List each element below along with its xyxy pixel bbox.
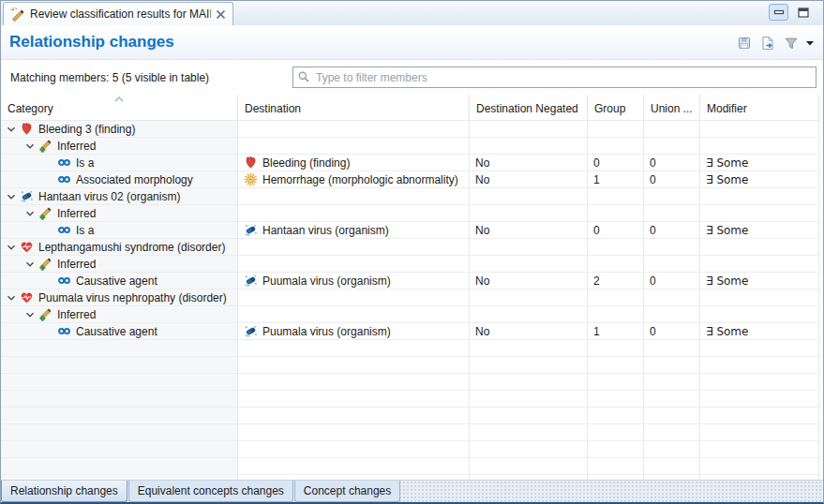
expander-icon[interactable] bbox=[7, 125, 20, 134]
group-cell[interactable] bbox=[588, 138, 644, 155]
modifier-cell[interactable]: ∃ Some bbox=[700, 171, 819, 188]
union-cell[interactable]: 0 bbox=[644, 155, 700, 171]
category-cell[interactable] bbox=[1, 458, 238, 475]
destination-cell[interactable] bbox=[238, 424, 470, 441]
category-cell[interactable] bbox=[1, 374, 238, 391]
expander-icon[interactable] bbox=[25, 310, 38, 319]
filter-button[interactable] bbox=[783, 35, 800, 52]
union-cell[interactable]: 0 bbox=[644, 222, 700, 239]
destination-cell[interactable]: Hantaan virus (organism) bbox=[238, 222, 470, 239]
filter-members-input[interactable] bbox=[292, 67, 817, 88]
category-cell[interactable] bbox=[1, 441, 238, 458]
destination-cell[interactable] bbox=[238, 441, 470, 458]
group-cell[interactable] bbox=[588, 408, 644, 424]
tab-relationship-changes[interactable]: Relationship changes bbox=[1, 481, 127, 502]
group-cell[interactable]: 0 bbox=[588, 155, 644, 171]
destination-negated-cell[interactable] bbox=[470, 374, 588, 391]
table-row[interactable]: Inferred bbox=[1, 205, 823, 222]
table-row[interactable]: Puumala virus nephropathy (disorder) bbox=[1, 289, 823, 306]
expander-icon[interactable] bbox=[25, 141, 38, 151]
destination-cell[interactable]: Puumala virus (organism) bbox=[238, 273, 470, 289]
expander-icon[interactable] bbox=[25, 209, 38, 218]
union-cell[interactable] bbox=[644, 458, 700, 475]
destination-negated-cell[interactable] bbox=[470, 239, 588, 256]
tab-concept-changes[interactable]: Concept changes bbox=[294, 481, 400, 502]
group-cell[interactable] bbox=[588, 205, 644, 222]
destination-cell[interactable] bbox=[238, 374, 470, 391]
group-cell[interactable] bbox=[588, 357, 644, 374]
category-cell[interactable] bbox=[1, 424, 238, 441]
group-cell[interactable] bbox=[588, 424, 644, 441]
category-cell[interactable]: Puumala virus nephropathy (disorder) bbox=[1, 289, 238, 306]
destination-negated-cell[interactable]: No bbox=[470, 155, 588, 171]
union-cell[interactable] bbox=[644, 424, 700, 441]
destination-cell[interactable]: Puumala virus (organism) bbox=[238, 323, 470, 340]
column-header-destination[interactable]: Destination bbox=[238, 95, 470, 121]
group-cell[interactable]: 2 bbox=[588, 273, 644, 289]
destination-cell[interactable]: Hemorrhage (morphologic abnormality) bbox=[238, 171, 470, 188]
union-cell[interactable]: 0 bbox=[644, 171, 700, 188]
table-row[interactable]: Inferred bbox=[1, 306, 823, 323]
modifier-cell[interactable] bbox=[700, 306, 819, 323]
group-cell[interactable] bbox=[588, 306, 644, 323]
group-cell[interactable] bbox=[588, 391, 644, 408]
group-cell[interactable]: 1 bbox=[588, 171, 644, 188]
modifier-cell[interactable] bbox=[700, 121, 819, 138]
group-cell[interactable] bbox=[588, 256, 644, 273]
modifier-cell[interactable]: ∃ Some bbox=[700, 273, 819, 289]
category-cell[interactable] bbox=[1, 357, 238, 374]
table-row-empty[interactable] bbox=[1, 374, 823, 391]
table-row[interactable]: Lepthangamushi syndrome (disorder) bbox=[1, 239, 823, 256]
destination-cell[interactable] bbox=[238, 138, 470, 155]
category-cell[interactable]: Lepthangamushi syndrome (disorder) bbox=[1, 239, 238, 256]
expander-icon[interactable] bbox=[7, 293, 20, 303]
table-row[interactable]: Causative agent Puumala virus (organism)… bbox=[1, 323, 823, 340]
expander-icon[interactable] bbox=[7, 243, 20, 252]
column-header-destination-negated[interactable]: Destination Negated bbox=[470, 95, 588, 121]
category-cell[interactable]: Inferred bbox=[1, 138, 238, 155]
view-menu-button[interactable] bbox=[806, 41, 814, 46]
modifier-cell[interactable] bbox=[700, 289, 819, 306]
group-cell[interactable] bbox=[588, 289, 644, 306]
destination-negated-cell[interactable]: No bbox=[470, 323, 588, 340]
table-row-empty[interactable] bbox=[1, 408, 823, 424]
destination-negated-cell[interactable] bbox=[470, 138, 588, 155]
destination-negated-cell[interactable] bbox=[470, 289, 588, 306]
union-cell[interactable] bbox=[644, 408, 700, 424]
modifier-cell[interactable] bbox=[700, 424, 819, 441]
modifier-cell[interactable] bbox=[700, 340, 819, 357]
table-row-empty[interactable] bbox=[1, 458, 823, 475]
category-cell[interactable]: Bleeding 3 (finding) bbox=[1, 121, 238, 138]
group-cell[interactable] bbox=[588, 188, 644, 205]
table-row-empty[interactable] bbox=[1, 357, 823, 374]
destination-cell[interactable]: Bleeding (finding) bbox=[238, 155, 470, 171]
union-cell[interactable] bbox=[644, 357, 700, 374]
category-cell[interactable]: Causative agent bbox=[1, 273, 238, 289]
category-cell[interactable] bbox=[1, 340, 238, 357]
category-cell[interactable]: Hantaan virus 02 (organism) bbox=[1, 188, 238, 205]
union-cell[interactable] bbox=[644, 138, 700, 155]
expander-icon[interactable] bbox=[25, 259, 38, 269]
column-header-modifier[interactable]: Modifier bbox=[700, 95, 819, 121]
group-cell[interactable] bbox=[588, 441, 644, 458]
expander-icon[interactable] bbox=[7, 192, 20, 201]
column-header-group[interactable]: Group bbox=[588, 95, 644, 121]
destination-negated-cell[interactable] bbox=[470, 340, 588, 357]
destination-negated-cell[interactable] bbox=[470, 408, 588, 424]
group-cell[interactable]: 0 bbox=[588, 222, 644, 239]
column-header-category[interactable]: Category bbox=[1, 95, 238, 121]
union-cell[interactable] bbox=[644, 121, 700, 138]
table-row[interactable]: Is a Bleeding (finding) No 0 0 ∃ Some bbox=[1, 155, 823, 171]
destination-negated-cell[interactable] bbox=[470, 188, 588, 205]
destination-cell[interactable] bbox=[238, 408, 470, 424]
destination-negated-cell[interactable]: No bbox=[470, 273, 588, 289]
destination-negated-cell[interactable] bbox=[470, 391, 588, 408]
modifier-cell[interactable] bbox=[700, 391, 819, 408]
table-row-empty[interactable] bbox=[1, 340, 823, 357]
table-row[interactable]: Inferred bbox=[1, 256, 823, 273]
export-button[interactable] bbox=[759, 35, 776, 52]
destination-negated-cell[interactable] bbox=[470, 306, 588, 323]
modifier-cell[interactable] bbox=[700, 408, 819, 424]
tab-review-classification-results[interactable]: Review classification results for MAIN bbox=[3, 2, 233, 25]
union-cell[interactable] bbox=[644, 441, 700, 458]
